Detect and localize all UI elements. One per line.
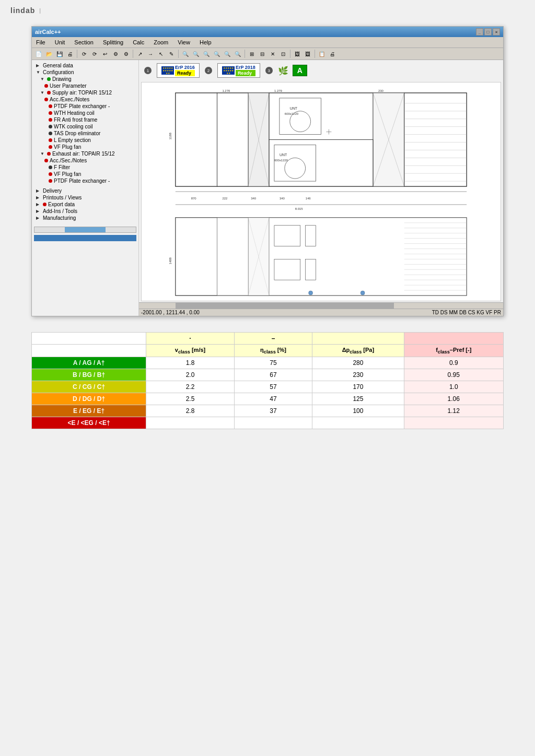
menu-view[interactable]: View: [176, 38, 192, 46]
svg-rect-2: [217, 93, 248, 186]
tree-label-l-empty: L Empty section: [54, 137, 91, 143]
tb-zoom5[interactable]: 🔍: [223, 49, 232, 58]
close-button[interactable]: ×: [493, 28, 500, 36]
tree-manufacturing[interactable]: ▶ Manufacturing: [32, 215, 138, 221]
tree-label-export: Export data: [48, 202, 75, 207]
svg-point-10: [290, 111, 311, 132]
tb-tool1[interactable]: ↗: [135, 49, 145, 58]
tb-print2[interactable]: 🖨: [328, 49, 337, 58]
tree-ptdf1[interactable]: PTDF Plate exchanger -: [32, 103, 138, 110]
dp-e: 100: [312, 405, 404, 417]
class-label-e: E / EG / E†: [32, 405, 146, 417]
tb-view1[interactable]: ⊡: [278, 49, 288, 58]
tb-close2[interactable]: ✕: [268, 49, 277, 58]
minimize-button[interactable]: _: [476, 28, 483, 36]
tb-gear2[interactable]: ⚙: [121, 49, 131, 58]
arrow-delivery: ▶: [36, 188, 41, 193]
content-area: ▶ General data ▼ Configuration ▼ Drawing…: [32, 60, 503, 316]
tree-user-param[interactable]: User Parameter: [32, 82, 138, 89]
tree-wtk[interactable]: WTK cooling coil: [32, 123, 138, 130]
th-fpref-header: fclass–Pref [-]: [404, 345, 503, 357]
erp-2018-status: Ready: [236, 70, 255, 76]
tree-drawing[interactable]: ▼ Drawing: [32, 76, 138, 82]
toolbar-separator-6: [315, 50, 315, 58]
menu-calc[interactable]: Calc: [131, 38, 146, 46]
menu-splitting[interactable]: Splitting: [101, 38, 125, 46]
tb-zoom4[interactable]: 🔍: [212, 49, 222, 58]
dot-wtk: [49, 125, 52, 128]
dot-supply-air: [47, 91, 51, 95]
tb-refresh2[interactable]: ⟳: [90, 49, 99, 58]
svg-rect-26: [269, 139, 373, 186]
tree-delivery[interactable]: ▶ Delivery: [32, 187, 138, 194]
dot-acc-sec: [44, 159, 48, 162]
tree-general-data[interactable]: ▶ General data: [32, 62, 138, 69]
svg-text:8.015: 8.015: [295, 207, 304, 210]
scroll-track[interactable]: [34, 227, 136, 233]
tree-acc-sec[interactable]: Acc./Sec./Notes: [32, 157, 138, 164]
tb-settings[interactable]: ⚙: [111, 49, 120, 58]
class-label-c: C / CG / C†: [32, 381, 146, 393]
tree-supply-air[interactable]: ▼ Supply air: TOPAIR 15/12: [32, 89, 138, 96]
toolbar-separator-5: [290, 50, 290, 58]
tree-vf-plug1[interactable]: VF Plug fan: [32, 144, 138, 150]
tree-wth[interactable]: WTH Heating coil: [32, 110, 138, 116]
tree-fr[interactable]: FR Anti frost frame: [32, 116, 138, 123]
tree-export[interactable]: ▶ Export data: [32, 201, 138, 208]
eta-d: 47: [234, 393, 312, 405]
tb-report1[interactable]: 📋: [317, 49, 327, 58]
dot-tas: [49, 132, 52, 135]
tree-l-empty[interactable]: L Empty section: [32, 137, 138, 144]
tb-open[interactable]: 📂: [44, 49, 54, 58]
svg-rect-42: [176, 218, 467, 296]
fpref-e: 1.12: [404, 405, 503, 417]
tb-img2[interactable]: 🖼: [303, 49, 312, 58]
tree-f-filter[interactable]: F Filter: [32, 164, 138, 171]
coordinates-display: -2001.00 , 1211.44 , 0.00: [141, 310, 200, 315]
drawing-area[interactable]: UNT 600x1220: [141, 82, 501, 301]
tree-addins[interactable]: ▶ Add-Ins / Tools: [32, 208, 138, 215]
tree-label-manufacturing: Manufacturing: [43, 215, 76, 221]
class-label-a: A / AG / A†: [32, 357, 146, 369]
tb-tool2[interactable]: →: [146, 49, 155, 58]
tb-new[interactable]: 📄: [34, 49, 43, 58]
menu-file[interactable]: File: [34, 38, 48, 46]
tree-tas[interactable]: TAS Drop eliminator: [32, 130, 138, 137]
tb-save[interactable]: 💾: [55, 49, 64, 58]
svg-text:340: 340: [280, 197, 285, 200]
svg-rect-1: [176, 93, 217, 186]
tb-print[interactable]: 🖨: [65, 49, 75, 58]
tree-acc-exec[interactable]: Acc./Exec./Notes: [32, 96, 138, 103]
maximize-button[interactable]: □: [484, 28, 492, 36]
tb-zoom2[interactable]: 🔍: [191, 49, 201, 58]
tb-tool4[interactable]: ✎: [167, 49, 176, 58]
h-scrollbar[interactable]: [139, 302, 503, 309]
menu-help[interactable]: Help: [197, 38, 214, 46]
tb-refresh[interactable]: ⟳: [79, 49, 89, 58]
menu-unit[interactable]: Unit: [53, 38, 67, 46]
tree-vf-plug2[interactable]: VF Plug fan: [32, 171, 138, 178]
tb-zoom3[interactable]: 🔍: [202, 49, 211, 58]
th-vclass-header: vclass [m/s]: [146, 345, 235, 357]
tb-tool3[interactable]: ↖: [156, 49, 166, 58]
svg-text:146: 146: [306, 197, 311, 200]
svg-text:222: 222: [222, 197, 228, 200]
menu-section[interactable]: Section: [72, 38, 96, 46]
tree-label-ptdf1: PTDF Plate exchanger -: [54, 103, 110, 109]
tree-configuration[interactable]: ▼ Configuration: [32, 69, 138, 76]
tree-printouts[interactable]: ▶ Printouts / Views: [32, 194, 138, 201]
tb-zoom6[interactable]: 🔍: [233, 49, 242, 58]
tb-zoom1[interactable]: 🔍: [181, 49, 190, 58]
th-yellow-1: ·: [146, 333, 235, 345]
th-eta-header: ηclass [%]: [234, 345, 312, 357]
eta-c: 57: [234, 381, 312, 393]
tb-frame2[interactable]: ⊟: [258, 49, 267, 58]
tb-img1[interactable]: 🖼: [293, 49, 302, 58]
menu-zoom[interactable]: Zoom: [152, 38, 170, 46]
tree-label-general-data: General data: [43, 63, 73, 68]
tree-ptdf2[interactable]: PTDF Plate exchanger -: [32, 178, 138, 184]
tree-exhaust-air[interactable]: ▼ Exhaust air: TOPAIR 15/12: [32, 150, 138, 157]
tree-label-f-filter: F Filter: [54, 164, 70, 170]
tb-frame1[interactable]: ⊞: [247, 49, 257, 58]
tb-undo[interactable]: ↩: [100, 49, 110, 58]
